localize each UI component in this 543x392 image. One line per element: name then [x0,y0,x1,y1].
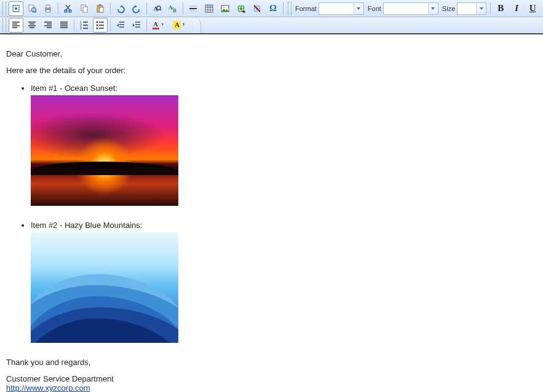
svg-point-64 [97,25,98,26]
svg-rect-15 [98,4,101,6]
toolbar-grip [288,2,291,15]
remove-link-button[interactable] [250,1,264,16]
separator [110,19,111,31]
svg-rect-30 [205,5,213,7]
svg-text:3: 3 [80,26,82,30]
font-label: Font [368,5,381,12]
replace-button[interactable]: AB [165,1,180,16]
fullscreen-button[interactable] [9,1,23,16]
separator [146,19,147,31]
separator [110,2,111,15]
svg-point-63 [97,22,98,23]
format-field: Format [295,2,364,15]
toolbar-grip [2,2,6,15]
svg-text:A: A [175,21,180,28]
svg-point-32 [223,6,225,8]
highlight-color-button[interactable]: A [170,18,190,33]
format-label: Format [295,5,317,12]
redo-button[interactable] [129,1,144,16]
text-color-button[interactable]: A [149,18,169,33]
chevron-down-icon [476,3,486,14]
align-center-button[interactable] [25,18,39,33]
svg-text:A: A [153,20,158,28]
toolbar-row-1: A AB Ω Format Font [0,0,543,17]
cut-button[interactable] [61,1,76,16]
editor-body[interactable]: Dear Customer, Here are the details of y… [0,34,543,392]
separator [183,2,183,15]
separator [490,2,491,15]
image-ocean-sunset[interactable] [31,95,178,206]
italic-icon: I [515,3,518,14]
size-field: Size [442,2,486,15]
italic-button[interactable]: I [509,1,524,16]
corp-link[interactable]: http://www.xyzcorp.com [6,383,90,392]
toolbar-grip [2,18,6,32]
svg-line-19 [160,9,161,10]
align-justify-button[interactable] [57,18,71,33]
separator [74,19,74,31]
greeting: Dear Customer, [6,49,537,58]
ordered-list-button[interactable]: 123 [77,18,92,33]
image-hazy-mountains[interactable] [31,232,178,343]
insert-table-button[interactable] [202,1,216,16]
print-preview-button[interactable] [25,1,39,16]
toolbar-tail [192,17,201,33]
thanks: Thank you and regards, [6,358,537,367]
print-button[interactable] [41,1,55,16]
svg-point-65 [97,28,98,29]
insert-hr-button[interactable] [186,1,200,16]
svg-point-36 [244,10,245,12]
chevron-down-icon [354,3,363,14]
underline-button[interactable]: U [525,1,540,16]
unordered-list-button[interactable] [93,18,108,33]
toolbar-row-2: 123 A A [0,17,543,34]
svg-rect-13 [83,7,87,12]
insert-symbol-button[interactable]: Ω [266,1,280,16]
paste-button[interactable] [93,1,108,16]
signature-block: Customer Service Department http://www.x… [6,374,537,392]
copy-button[interactable] [77,1,92,16]
intro: Here are the details of your order: [6,66,537,75]
font-combo[interactable] [383,2,438,15]
item-label: Item #2 - Hazy Blue Mountains: [31,221,142,230]
omega-icon: Ω [269,3,277,14]
svg-rect-7 [46,10,50,12]
align-left-button[interactable] [9,18,23,33]
size-combo[interactable] [457,2,486,15]
insert-image-button[interactable] [218,1,232,16]
chevron-down-icon [428,3,438,14]
order-list: Item #1 - Ocean Sunset: Item #2 - Hazy B… [6,84,537,343]
format-combo[interactable] [319,2,364,15]
svg-line-4 [35,11,36,12]
signature: Customer Service Department [6,374,114,383]
item-label: Item #1 - Ocean Sunset: [31,84,117,93]
size-label: Size [442,5,455,12]
bold-button[interactable]: B [493,1,508,16]
svg-text:A: A [168,4,173,10]
list-item: Item #1 - Ocean Sunset: [31,84,537,206]
separator [283,2,283,15]
undo-button[interactable] [113,1,128,16]
underline-icon: U [529,3,536,14]
bold-icon: B [497,3,504,14]
svg-point-11 [69,10,71,12]
svg-rect-6 [46,5,50,8]
separator [58,2,58,15]
svg-rect-16 [100,7,103,12]
separator [146,2,147,15]
font-field: Font [368,2,438,15]
svg-point-1 [15,7,17,10]
align-right-button[interactable] [41,18,55,33]
svg-rect-76 [153,28,159,29]
outdent-button[interactable] [113,18,128,33]
indent-button[interactable] [129,18,144,33]
svg-point-10 [65,10,67,12]
list-item: Item #2 - Hazy Blue Mountains: [31,221,537,343]
insert-link-button[interactable] [234,1,248,16]
find-button[interactable]: A [149,1,164,16]
